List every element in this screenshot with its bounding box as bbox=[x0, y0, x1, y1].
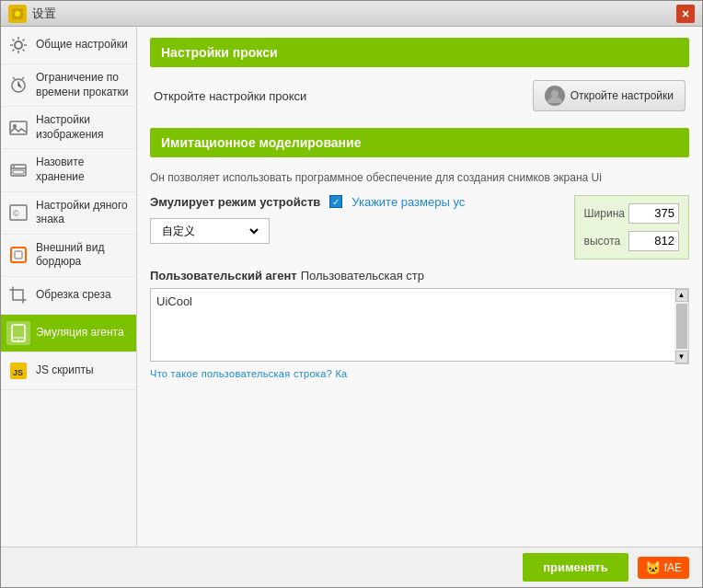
svg-rect-14 bbox=[12, 325, 25, 341]
simulation-section: Он позволяет использовать программное об… bbox=[150, 170, 689, 379]
titlebar: 设置 × bbox=[1, 1, 702, 27]
image-label: Настройки изображения bbox=[36, 113, 131, 142]
js-icon: JS bbox=[6, 359, 30, 383]
proxy-section-header: Настройки прокси bbox=[150, 38, 689, 67]
storage-icon bbox=[6, 158, 30, 182]
image-icon bbox=[6, 116, 30, 140]
sidebar-item-watermark[interactable]: © Настройки дяного знака bbox=[1, 192, 136, 235]
gear-icon bbox=[6, 33, 30, 57]
useragent-label: Пользовательский агент bbox=[150, 269, 297, 282]
time-limit-label: Ограничение по времени прокатки bbox=[36, 71, 131, 99]
clock-icon bbox=[6, 74, 30, 98]
crop-label: Обрезка среза bbox=[36, 288, 131, 303]
sidebar-item-js[interactable]: JS JS скрипты bbox=[1, 352, 136, 390]
border-icon bbox=[6, 243, 30, 267]
simulation-section-header: Имитационное моделирование bbox=[150, 128, 689, 157]
svg-point-8 bbox=[13, 166, 15, 167]
brand-badge: 🐱 fAE bbox=[638, 557, 689, 579]
content-area: Настройки прокси Откройте настройки прок… bbox=[137, 27, 702, 547]
proxy-row: Откройте настройки прокси Откройте настр… bbox=[150, 80, 689, 111]
scrollbar-down-button[interactable]: ▼ bbox=[675, 351, 688, 363]
specify-link[interactable]: Укажите размеры ус bbox=[352, 195, 465, 209]
simulation-description: Он позволяет использовать программное об… bbox=[150, 170, 689, 186]
general-label: Общие настройки bbox=[36, 38, 131, 52]
sidebar-item-general[interactable]: Общие настройки bbox=[1, 27, 136, 64]
useragent-textarea[interactable] bbox=[150, 288, 689, 362]
width-input[interactable] bbox=[628, 203, 679, 224]
proxy-avatar bbox=[545, 86, 565, 106]
brand-icon: 🐱 bbox=[645, 560, 661, 575]
svg-point-16 bbox=[17, 340, 19, 341]
storage-label: Назовите хранение bbox=[36, 156, 131, 184]
border-label: Внешний вид бордюра bbox=[36, 241, 131, 270]
svg-point-1 bbox=[15, 11, 20, 17]
svg-text:JS: JS bbox=[13, 368, 23, 377]
svg-rect-13 bbox=[15, 251, 22, 259]
top-controls-area: Эмулирует режим устройств Укажите размер… bbox=[150, 195, 689, 259]
proxy-label: Откройте настройки прокси bbox=[154, 89, 306, 103]
agent-label: Эмуляция агента bbox=[36, 326, 131, 340]
window-title: 设置 bbox=[32, 6, 56, 22]
js-label: JS скрипты bbox=[36, 363, 131, 378]
svg-text:©: © bbox=[13, 209, 19, 218]
sidebar-item-storage[interactable]: Назовите хранение bbox=[1, 149, 136, 191]
scrollbar-up-button[interactable]: ▲ bbox=[675, 289, 688, 302]
custom-select[interactable]: 自定义 iPhone X iPhone 8 iPad Android bbox=[150, 218, 270, 244]
close-button[interactable]: × bbox=[676, 5, 695, 23]
device-label: Эмулирует режим устройств bbox=[150, 195, 320, 209]
settings-window: 设置 × Общие настройки bbox=[0, 0, 703, 588]
open-proxy-button[interactable]: Откройте настройки bbox=[533, 80, 686, 111]
device-row: Эмулирует режим устройств Укажите размер… bbox=[150, 195, 565, 209]
height-label: высота bbox=[584, 235, 621, 248]
useragent-section: Пользовательский агент Пользовательская … bbox=[150, 269, 689, 379]
sidebar-item-agent[interactable]: Эмуляция агента bbox=[1, 315, 136, 352]
width-row: Ширина bbox=[584, 203, 679, 224]
crop-icon bbox=[6, 283, 30, 307]
textarea-scrollbar[interactable]: ▲ ▼ bbox=[674, 288, 689, 364]
device-dropdown[interactable]: 自定义 iPhone X iPhone 8 iPad Android bbox=[158, 224, 261, 238]
sidebar-item-time-limit[interactable]: Ограничение по времени прокатки bbox=[1, 64, 136, 107]
device-checkbox[interactable] bbox=[329, 195, 342, 208]
apply-button[interactable]: применять bbox=[523, 553, 628, 582]
custom-select-row: 自定义 iPhone X iPhone 8 iPad Android bbox=[150, 218, 565, 244]
footer: применять 🐱 fAE bbox=[1, 547, 702, 587]
main-content: Общие настройки Ограничение по времени п… bbox=[1, 27, 702, 547]
brand-text: fAE bbox=[664, 561, 682, 574]
agent-icon bbox=[6, 321, 30, 345]
useragent-header: Пользовательский агент Пользовательская … bbox=[150, 269, 689, 282]
watermark-icon: © bbox=[6, 201, 30, 225]
svg-rect-9 bbox=[13, 170, 24, 174]
height-row: высота bbox=[584, 231, 679, 251]
sidebar: Общие настройки Ограничение по времени п… bbox=[1, 27, 137, 547]
proxy-button-label: Откройте настройки bbox=[570, 89, 674, 102]
app-icon bbox=[8, 5, 27, 23]
watermark-label: Настройки дяного знака bbox=[36, 199, 131, 227]
useragent-sublabel: Пользовательская стр bbox=[301, 269, 424, 282]
titlebar-left: 设置 bbox=[8, 5, 56, 23]
dimensions-panel: Ширина высота bbox=[574, 195, 689, 259]
svg-point-2 bbox=[15, 41, 22, 49]
sidebar-item-image[interactable]: Настройки изображения bbox=[1, 107, 136, 149]
width-label: Ширина bbox=[584, 207, 625, 220]
sidebar-item-border[interactable]: Внешний вид бордюра bbox=[1, 235, 136, 277]
what-is-link[interactable]: Что такое пользовательская строка? Ка bbox=[150, 368, 689, 379]
useragent-textarea-wrapper: ▲ ▼ bbox=[150, 288, 689, 364]
sidebar-item-crop[interactable]: Обрезка среза bbox=[1, 277, 136, 315]
top-controls-left: Эмулирует режим устройств Укажите размер… bbox=[150, 195, 565, 251]
svg-rect-12 bbox=[11, 248, 26, 262]
height-input[interactable] bbox=[628, 231, 679, 251]
svg-point-19 bbox=[551, 90, 559, 98]
scrollbar-thumb[interactable] bbox=[676, 304, 687, 349]
